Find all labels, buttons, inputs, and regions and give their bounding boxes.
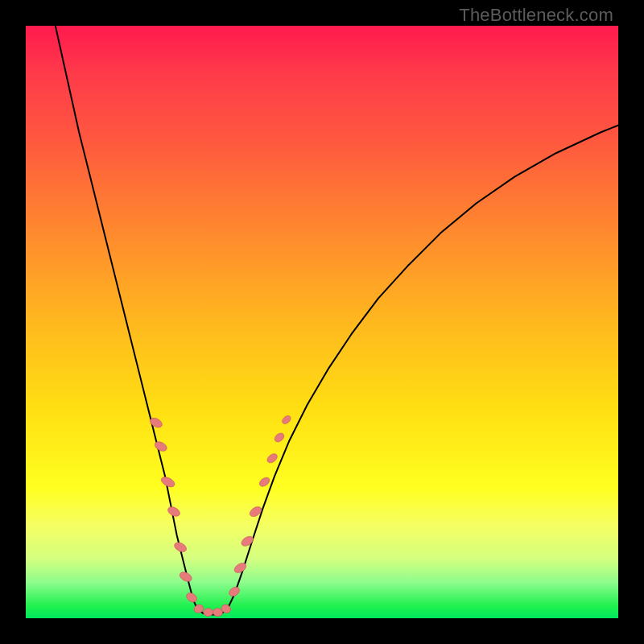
curve-path	[56, 26, 618, 615]
bead	[240, 535, 255, 548]
bead	[273, 431, 286, 444]
bead	[227, 585, 241, 598]
bead	[204, 609, 213, 617]
watermark-label: TheBottleneck.com	[459, 5, 613, 26]
bead	[266, 452, 279, 464]
chart-frame: TheBottleneck.com	[0, 0, 644, 644]
curve-layer	[26, 26, 618, 618]
bead	[153, 440, 168, 452]
bead	[167, 505, 182, 518]
bottleneck-curve	[56, 26, 618, 615]
bead-clusters	[149, 414, 292, 617]
bead	[184, 591, 198, 604]
bead	[258, 476, 271, 489]
bead	[281, 414, 292, 425]
plot-area	[26, 26, 618, 618]
